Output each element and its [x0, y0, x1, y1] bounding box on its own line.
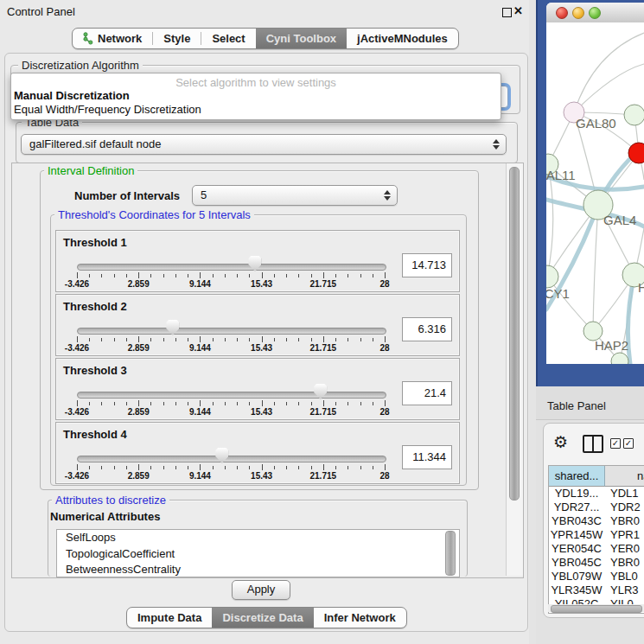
table-row[interactable]: YLR345WYLR3: [549, 583, 644, 597]
list-item[interactable]: TopologicalCoefficient: [57, 546, 459, 563]
tick-mark: [286, 466, 287, 469]
table-row[interactable]: YBR045CYBR0: [549, 556, 644, 570]
tick-mark: [298, 274, 299, 277]
attributes-scrollbar-thumb[interactable]: [445, 531, 456, 576]
tick-mark: [150, 466, 151, 469]
column-header-name[interactable]: na: [605, 466, 644, 487]
settings-scrollbar-thumb[interactable]: [509, 167, 520, 501]
network-edge[interactable]: [574, 33, 644, 112]
tick-mark: [138, 272, 139, 278]
tab-network[interactable]: Network: [73, 29, 152, 48]
tick-mark: [138, 464, 139, 470]
tick-mark: [274, 274, 275, 277]
threshold-slider[interactable]: -3.4262.8599.14415.4321.71528: [77, 255, 385, 286]
tick-label: 28: [379, 407, 389, 417]
column-header-shared-name[interactable]: shared...: [549, 466, 605, 487]
table-row[interactable]: YDL19...YDL1: [549, 487, 644, 501]
zoom-window-icon[interactable]: [589, 7, 601, 19]
tick-mark: [348, 274, 348, 277]
tick-mark: [311, 402, 312, 405]
table-data-combobox[interactable]: galFiltered.sif default node: [21, 134, 507, 155]
tick-mark: [200, 272, 201, 278]
table-row[interactable]: YPR145WYPR1: [549, 528, 644, 542]
tick-mark: [114, 466, 115, 469]
threshold-value-field[interactable]: 14.713: [402, 253, 452, 277]
tick-label: 9.144: [189, 471, 211, 481]
tick-label: 15.43: [251, 407, 272, 417]
tick-mark: [77, 272, 78, 278]
checkbox-checked-icon[interactable]: ✓: [623, 438, 634, 449]
tab-infer-network[interactable]: Infer Network: [314, 608, 406, 628]
control-panel-title: Control Panel: [7, 5, 75, 18]
tick-mark: [323, 272, 324, 278]
tick-label: 9.144: [189, 407, 211, 417]
apply-button[interactable]: Apply: [232, 580, 290, 600]
table-row[interactable]: YBL079WYBL0: [549, 570, 644, 583]
slider-ticks: [77, 336, 385, 343]
network-window-titlebar[interactable]: [546, 3, 644, 23]
dropdown-option-manual-discretization[interactable]: Manual Discretization: [14, 89, 130, 102]
table-cell: YPR1: [610, 528, 640, 542]
close-icon[interactable]: ✕: [513, 4, 523, 17]
tick-mark: [286, 402, 287, 405]
network-edge-thick[interactable]: [628, 275, 634, 364]
slider-track[interactable]: [77, 328, 386, 335]
checkbox-checked-icon[interactable]: ✓: [610, 438, 621, 449]
list-item[interactable]: SelfLoops: [57, 530, 459, 546]
slider-track[interactable]: [77, 392, 386, 399]
table-row[interactable]: YBR043CYBR0: [549, 514, 644, 528]
screen: Control Panel ✕ NetworkStyleSelectCyni T…: [0, 0, 644, 644]
tick-mark: [163, 466, 164, 469]
tick-mark: [101, 338, 102, 341]
minimize-window-icon[interactable]: [572, 7, 584, 19]
tick-mark: [385, 336, 386, 342]
float-window-icon[interactable]: [502, 8, 512, 17]
threshold-slider[interactable]: -3.4262.8599.14415.4321.71528: [77, 319, 385, 350]
combobox-stepper-icon: [384, 190, 391, 201]
table-hscrollbar-thumb[interactable]: [551, 605, 642, 613]
tick-label: 2.859: [128, 343, 150, 353]
slider-track[interactable]: [77, 264, 386, 271]
tab-style[interactable]: Style: [153, 29, 201, 48]
slider-track[interactable]: [77, 456, 386, 462]
tick-mark: [311, 274, 312, 277]
threshold-slider[interactable]: -3.4262.8599.14415.4321.71528: [77, 383, 385, 414]
dropdown-option-equal-width-frequency[interactable]: Equal Width/Frequency Discretization: [14, 103, 201, 116]
tab-jactivemnodules[interactable]: jActiveMNodules: [347, 29, 458, 48]
tab-label: Discretize Data: [222, 611, 303, 624]
table-row[interactable]: YER054CYER0: [549, 542, 644, 556]
tab-discretize-data[interactable]: Discretize Data: [212, 608, 313, 628]
threshold-panel: Threshold 4-3.4262.8599.14415.4321.71528…: [55, 422, 460, 484]
table-row[interactable]: YDR27...YDR2: [549, 501, 644, 514]
tick-mark: [348, 338, 348, 341]
table-data-combobox-value: galFiltered.sif default node: [29, 137, 161, 150]
tick-mark: [213, 338, 214, 341]
gear-icon[interactable]: ⚙: [553, 432, 568, 452]
tick-mark: [335, 274, 336, 277]
threshold-value-field[interactable]: 6.316: [402, 317, 452, 341]
network-canvas[interactable]: GAL80GAL11GAL4GCY1HHAP2: [546, 22, 644, 364]
list-item[interactable]: BetweennessCentrality: [57, 562, 459, 577]
tab-cyni-toolbox[interactable]: Cyni Toolbox: [256, 29, 347, 48]
tick-label: 9.144: [189, 343, 211, 353]
network-node[interactable]: [624, 105, 644, 125]
threshold-value-field[interactable]: 11.344: [402, 445, 452, 469]
threshold-value-field[interactable]: 21.4: [402, 381, 452, 405]
network-edge[interactable]: [593, 205, 598, 331]
threshold-slider[interactable]: -3.4262.8599.14415.4321.71528: [77, 447, 385, 478]
tab-impute-data[interactable]: Impute Data: [127, 608, 212, 628]
tick-mark: [188, 466, 188, 469]
network-node[interactable]: [546, 265, 558, 288]
tick-mark: [274, 466, 275, 469]
algorithm-dropdown-popup: Select algorithm to view settings Manual…: [10, 73, 501, 120]
close-window-icon[interactable]: [556, 7, 568, 19]
tick-mark: [225, 274, 226, 277]
tab-select[interactable]: Select: [201, 29, 255, 48]
tick-mark: [77, 336, 78, 342]
columns-icon[interactable]: [583, 435, 603, 453]
tick-mark: [163, 402, 164, 405]
number-of-intervals-combobox[interactable]: 5: [192, 185, 398, 206]
tick-mark: [335, 466, 336, 469]
table-cell: YLR345W: [549, 583, 604, 597]
combobox-stepper-icon: [493, 139, 500, 150]
